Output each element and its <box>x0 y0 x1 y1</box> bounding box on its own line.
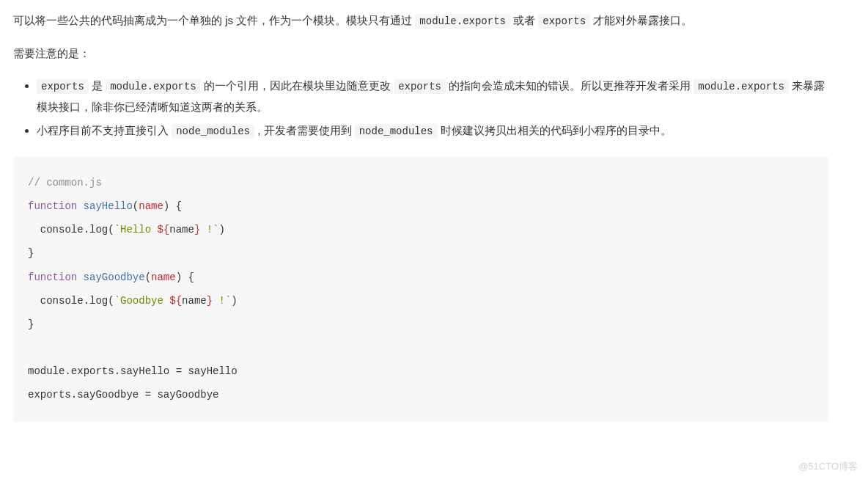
code-func-name: sayHello <box>77 200 133 212</box>
code-paren: ( <box>133 200 139 212</box>
code-var: name <box>169 224 194 235</box>
code-call: .log( <box>84 224 114 235</box>
intro-text: 或者 <box>510 14 538 26</box>
code-string: Hello <box>120 224 157 235</box>
code-template-open: ${ <box>169 295 182 307</box>
note-heading: 需要注意的是： <box>13 43 828 65</box>
code-paren: ) { <box>176 271 194 283</box>
code-backtick: ` <box>114 224 120 235</box>
inline-code-exports: exports <box>538 14 590 29</box>
code-param: name <box>139 200 163 212</box>
code-assign: .exports.sayHello = sayHello <box>65 365 237 377</box>
li-text: , 开发者需要使用到 <box>254 124 355 136</box>
code-paren: ( <box>145 271 151 283</box>
inline-code-module-exports: module.exports <box>415 14 510 29</box>
code-obj: console <box>28 295 84 307</box>
code-obj: console <box>28 224 84 235</box>
list-item: 小程序目前不支持直接引入 node_modules , 开发者需要使用到 nod… <box>37 120 828 142</box>
code-backtick: ` <box>213 224 218 235</box>
li-text: 是 <box>89 79 106 92</box>
code-param: name <box>151 271 176 283</box>
code-paren: ) <box>219 224 225 235</box>
code-module: module <box>28 365 65 377</box>
list-item: exports 是 module.exports 的一个引用，因此在模块里边随意… <box>37 76 828 117</box>
code-string: ! <box>200 224 213 235</box>
code-backtick: ` <box>114 295 120 307</box>
code-paren: ) { <box>163 200 182 212</box>
code-template-open: ${ <box>157 224 169 235</box>
code-template-close: } <box>207 295 213 307</box>
code-comment: // common.js <box>28 177 102 189</box>
code-call: .log( <box>84 295 114 307</box>
inline-code-module-exports: module.exports <box>694 79 789 94</box>
code-brace: } <box>28 247 34 259</box>
inline-code-exports: exports <box>37 79 89 94</box>
code-keyword: function <box>28 271 77 283</box>
code-string: ! <box>213 295 225 307</box>
code-brace: } <box>28 318 34 330</box>
li-text: 的指向会造成未知的错误。所以更推荐开发者采用 <box>446 79 694 92</box>
li-text: 小程序目前不支持直接引入 <box>37 124 172 136</box>
inline-code-node-modules: node_modules <box>172 124 254 139</box>
inline-code-exports: exports <box>394 79 446 94</box>
inline-code-node-modules: node_modules <box>355 124 438 139</box>
intro-paragraph: 可以将一些公共的代码抽离成为一个单独的 js 文件，作为一个模块。模块只有通过 … <box>13 10 828 32</box>
code-var: name <box>182 295 207 307</box>
code-func-name: sayGoodbye <box>77 271 144 283</box>
code-paren: ) <box>231 295 237 307</box>
code-assign: .sayGoodbye = sayGoodbye <box>71 389 219 401</box>
inline-code-module-exports: module.exports <box>106 79 201 94</box>
intro-text: 才能对外暴露接口。 <box>590 14 692 26</box>
code-keyword: function <box>28 200 77 212</box>
intro-text: 可以将一些公共的代码抽离成为一个单独的 js 文件，作为一个模块。模块只有通过 <box>13 14 415 26</box>
code-exports: exports <box>28 389 71 401</box>
li-text: 时候建议拷贝出相关的代码到小程序的目录中。 <box>438 124 672 136</box>
li-text: 的一个引用，因此在模块里边随意更改 <box>201 79 394 92</box>
code-block: // common.js function sayHello(name) { c… <box>13 156 828 422</box>
code-string: Goodbye <box>120 295 169 307</box>
note-list: exports 是 module.exports 的一个引用，因此在模块里边随意… <box>13 76 828 142</box>
